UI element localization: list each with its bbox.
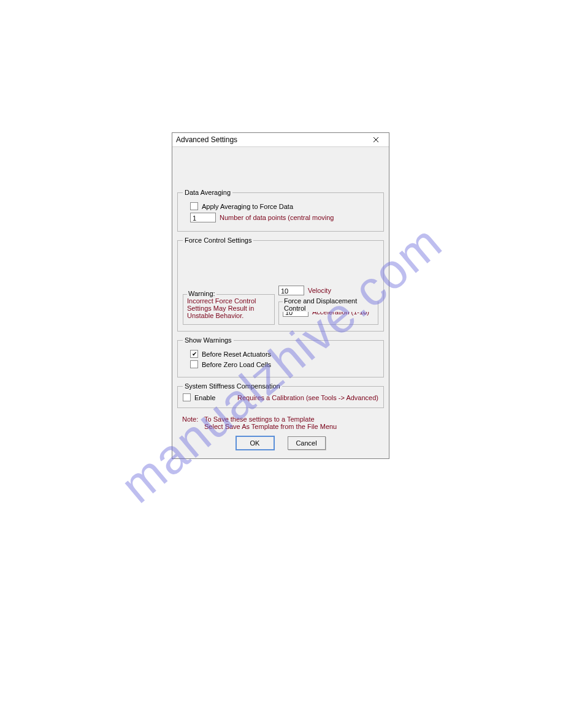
velocity-input[interactable]: 10 <box>278 286 304 295</box>
warning-text: Incorrect Force Control Settings May Res… <box>187 297 270 319</box>
note-line-2: Select Save As Template from the File Me… <box>182 423 379 430</box>
force-displacement-box: Force and Displacement Control 10 Accele… <box>278 301 378 325</box>
button-row: OK Cancel <box>177 436 384 453</box>
reset-actuators-row: ✔ Before Reset Actuators <box>183 350 378 358</box>
note-text-2: Select Save As Template from the File Me… <box>204 423 337 430</box>
warning-box: Warning: Incorrect Force Control Setting… <box>183 294 275 325</box>
close-button[interactable] <box>367 134 385 145</box>
reset-actuators-checkbox[interactable]: ✔ <box>190 350 198 358</box>
force-right-column: 10 Velocity Force and Displacement Contr… <box>278 283 378 325</box>
stiffness-row: Enable Requires a Calibration (see Tools… <box>183 393 378 401</box>
titlebar: Advanced Settings <box>172 133 389 147</box>
show-warnings-group: Show Warnings ✔ Before Reset Actuators B… <box>177 336 384 377</box>
ok-button[interactable]: OK <box>236 436 274 450</box>
dialog-body: Data Averaging Apply Averaging to Force … <box>172 147 389 458</box>
velocity-label: Velocity <box>308 287 331 294</box>
apply-averaging-row: Apply Averaging to Force Data <box>183 202 378 210</box>
warning-legend: Warning: <box>187 290 216 297</box>
stiffness-group: System Stiffness Compensation Enable Req… <box>177 382 384 408</box>
zero-load-cells-row: Before Zero Load Cells <box>183 360 378 368</box>
stiffness-note: Requires a Calibration (see Tools -> Adv… <box>237 394 378 401</box>
close-icon <box>373 137 379 143</box>
note-line-1: Note: To Save these settings to a Templa… <box>182 415 379 423</box>
advanced-settings-dialog: Advanced Settings Data Averaging Apply A… <box>172 132 389 459</box>
data-averaging-legend: Data Averaging <box>183 189 232 196</box>
force-control-legend: Force Control Settings <box>183 237 253 244</box>
zero-load-cells-label: Before Zero Load Cells <box>202 361 271 368</box>
enable-stiffness-label: Enable <box>194 394 215 401</box>
force-control-body: Warning: Incorrect Force Control Setting… <box>183 283 378 325</box>
spacer <box>177 147 384 189</box>
reset-actuators-label: Before Reset Actuators <box>202 351 271 358</box>
data-points-input[interactable]: 1 <box>190 213 216 222</box>
note-label-spacer <box>182 423 201 430</box>
data-points-row: 1 Number of data points (central moving <box>183 213 378 222</box>
force-displacement-legend: Force and Displacement Control <box>283 297 378 312</box>
data-points-label: Number of data points (central moving <box>220 214 334 221</box>
note-block: Note: To Save these settings to a Templa… <box>177 413 384 436</box>
apply-averaging-checkbox[interactable] <box>190 202 198 210</box>
apply-averaging-label: Apply Averaging to Force Data <box>202 203 293 210</box>
zero-load-cells-checkbox[interactable] <box>190 360 198 368</box>
stiffness-legend: System Stiffness Compensation <box>183 382 282 390</box>
note-label: Note: <box>182 415 201 423</box>
enable-stiffness-checkbox[interactable] <box>183 393 191 401</box>
force-control-group: Force Control Settings Warning: Incorrec… <box>177 237 384 332</box>
note-text-1: To Save these settings to a Template <box>204 415 315 423</box>
dialog-title: Advanced Settings <box>176 135 237 144</box>
stiffness-left: Enable <box>183 393 215 401</box>
show-warnings-legend: Show Warnings <box>183 336 234 344</box>
cancel-button[interactable]: Cancel <box>288 436 326 450</box>
velocity-row: 10 Velocity <box>278 286 378 295</box>
data-averaging-group: Data Averaging Apply Averaging to Force … <box>177 189 384 232</box>
